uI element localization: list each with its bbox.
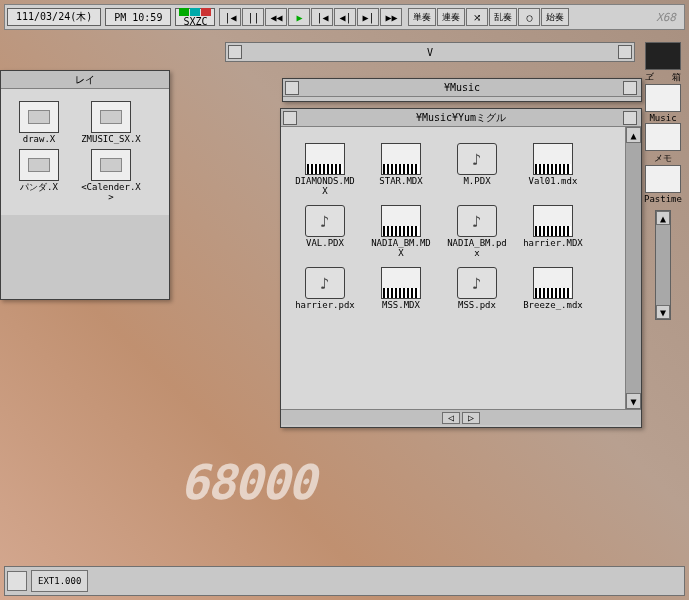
taskbar-item[interactable]: EXT1.000: [31, 570, 88, 592]
file-label: draw.X: [23, 135, 56, 145]
scroll-track[interactable]: [656, 225, 670, 305]
transport-controls: |◀ || ◀◀ ▶ |◀ ◀| ▶| ▶▶ 単奏 連奏 ⤨ 乱奏 ○ 始奏: [219, 8, 569, 26]
scroll-left-button[interactable]: ◁: [442, 412, 460, 424]
file-label: Breeze_.mdx: [523, 301, 583, 311]
file-item[interactable]: ZMUSIC_SX.X: [79, 101, 143, 145]
window-close-button[interactable]: [285, 81, 299, 95]
titlebar[interactable]: ¥Music¥Yumミグル: [281, 109, 641, 127]
date-display: 111/03/24(木): [7, 8, 101, 26]
mode-random[interactable]: 乱奏: [489, 8, 517, 26]
bar-resize-button[interactable]: [618, 45, 632, 59]
sidebar-item[interactable]: ヹ゙゙箱: [641, 42, 685, 84]
file-item[interactable]: DIAMONDS.MDX: [293, 143, 357, 197]
sidebar-icon: [645, 123, 681, 151]
file-item[interactable]: NADIA_BM.MDX: [369, 205, 433, 259]
window-resize-button[interactable]: [623, 81, 637, 95]
file-item[interactable]: MSS.MDX: [369, 267, 433, 311]
shuffle-icon[interactable]: ⤨: [466, 8, 488, 26]
mode-start[interactable]: 始奏: [541, 8, 569, 26]
file-label: VAL.PDX: [306, 239, 344, 249]
titlebar[interactable]: ¥Music: [283, 79, 641, 97]
play-button[interactable]: ▶: [288, 8, 310, 26]
titlebar[interactable]: レイ: [1, 71, 169, 89]
loop-icon[interactable]: ○: [518, 8, 540, 26]
file-icon: [91, 101, 131, 133]
file-item[interactable]: STAR.MDX: [369, 143, 433, 197]
file-label: harrier.MDX: [523, 239, 583, 249]
file-icon: [457, 205, 497, 237]
window-music-folder: ¥Music¥Yumミグル DIAMONDS.MDXSTAR.MDXM.PDXV…: [280, 108, 642, 428]
rew-button[interactable]: ◀◀: [265, 8, 287, 26]
file-label: DIAMONDS.MDX: [293, 177, 357, 197]
scroll-up-button[interactable]: ▲: [626, 127, 641, 143]
file-icon: [19, 101, 59, 133]
ffwd-button[interactable]: ▶▶: [380, 8, 402, 26]
back-button[interactable]: ◀|: [334, 8, 356, 26]
file-item[interactable]: Breeze_.mdx: [521, 267, 585, 311]
scroll-right-button[interactable]: ▷: [462, 412, 480, 424]
sidebar-item[interactable]: Music: [641, 84, 685, 123]
file-item[interactable]: harrier.MDX: [521, 205, 585, 259]
scroll-down-button[interactable]: ▼: [656, 305, 670, 319]
window-resize-button[interactable]: [623, 111, 637, 125]
mode-single[interactable]: 単奏: [408, 8, 436, 26]
file-label: M.PDX: [463, 177, 490, 187]
window-close-button[interactable]: [283, 111, 297, 125]
file-label: NADIA_BM.MDX: [369, 239, 433, 259]
file-label: ZMUSIC_SX.X: [81, 135, 141, 145]
file-icon: [305, 143, 345, 175]
vertical-scrollbar[interactable]: ▲ ▼: [625, 127, 641, 409]
window-content: draw.XZMUSIC_SX.Xパンダ.X<Calender.X>: [1, 89, 169, 215]
scroll-up-button[interactable]: ▲: [656, 211, 670, 225]
file-icon: [305, 267, 345, 299]
menubar: 111/03/24(木) PM 10:59 SXZC |◀ || ◀◀ ▶ |◀…: [4, 4, 685, 30]
file-icon: [533, 267, 573, 299]
file-item[interactable]: M.PDX: [445, 143, 509, 197]
file-label: STAR.MDX: [379, 177, 422, 187]
file-item[interactable]: harrier.pdx: [293, 267, 357, 311]
file-icon: [457, 143, 497, 175]
file-icon: [91, 149, 131, 181]
file-item[interactable]: draw.X: [7, 101, 71, 145]
window-ray: レイ draw.XZMUSIC_SX.Xパンダ.X<Calender.X>: [0, 70, 170, 300]
player-indicator: SXZC: [175, 8, 215, 26]
file-label: <Calender.X>: [79, 183, 143, 203]
sidebar-scrollbar[interactable]: ▲ ▼: [655, 210, 671, 320]
file-icon: [305, 205, 345, 237]
file-item[interactable]: Val01.mdx: [521, 143, 585, 197]
file-label: Val01.mdx: [529, 177, 578, 187]
skip-back-button[interactable]: |◀: [311, 8, 333, 26]
file-icon: [457, 267, 497, 299]
file-icon: [533, 205, 573, 237]
window-title: レイ: [3, 73, 167, 87]
horizontal-scrollbar[interactable]: ◁ ▷: [281, 409, 641, 425]
prev-button[interactable]: |◀: [219, 8, 241, 26]
fwd-button[interactable]: ▶|: [357, 8, 379, 26]
window-title: ¥Music: [301, 82, 623, 93]
bar-close-button[interactable]: [228, 45, 242, 59]
clock-prefix: PM: [114, 12, 126, 23]
file-item[interactable]: パンダ.X: [7, 149, 71, 203]
pause-button[interactable]: ||: [242, 8, 264, 26]
desktop-sidebar: ヹ゙゙箱MusicメモPastime ▲ ▼: [641, 42, 685, 324]
system-logo: X68: [650, 9, 682, 26]
sidebar-label: Pastime: [644, 194, 682, 204]
clock-display: PM 10:59: [105, 8, 171, 26]
file-item[interactable]: MSS.pdx: [445, 267, 509, 311]
window-content: DIAMONDS.MDXSTAR.MDXM.PDXVal01.mdxVAL.PD…: [281, 127, 625, 409]
file-label: harrier.pdx: [295, 301, 355, 311]
mode-repeat[interactable]: 連奏: [437, 8, 465, 26]
file-icon: [19, 149, 59, 181]
sidebar-label: ヹ゙゙箱: [645, 71, 681, 84]
scroll-track[interactable]: [626, 143, 641, 393]
sidebar-item[interactable]: メモ: [641, 123, 685, 165]
file-item[interactable]: NADIA_BM.pdx: [445, 205, 509, 259]
file-item[interactable]: VAL.PDX: [293, 205, 357, 259]
taskbar-icon[interactable]: [7, 571, 27, 591]
sidebar-icon: [645, 84, 681, 112]
file-icon: [381, 143, 421, 175]
file-icon: [533, 143, 573, 175]
sidebar-item[interactable]: Pastime: [641, 165, 685, 204]
file-item[interactable]: <Calender.X>: [79, 149, 143, 203]
scroll-down-button[interactable]: ▼: [626, 393, 641, 409]
